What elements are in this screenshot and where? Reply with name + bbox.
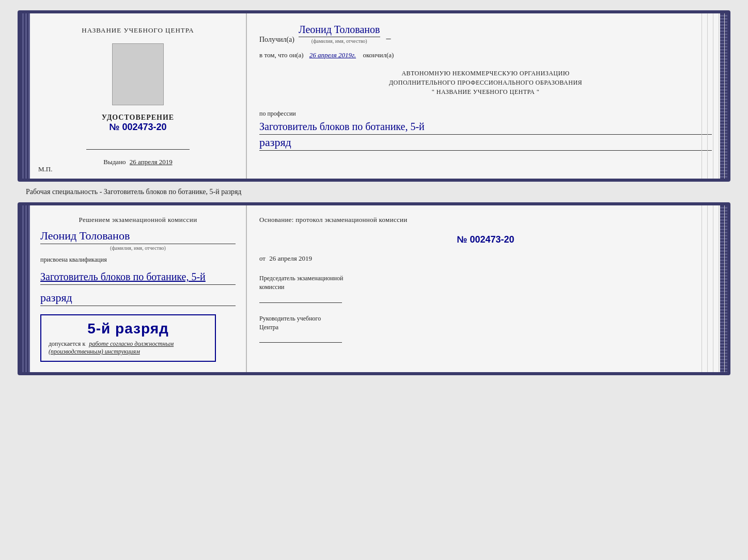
card1-right-panel: Получил(а) Леонид Толованов (фамилия, им… [247,13,727,179]
head-block: Руководитель учебного Центра [259,314,712,343]
org-line2: ДОПОЛНИТЕЛЬНОГО ПРОФЕССИОНАЛЬНОГО ОБРАЗО… [259,78,712,87]
card2-right-panel: Основание: протокол экзаменационной коми… [247,205,727,372]
head-label: Руководитель учебного Центра [259,314,712,332]
stamp-sub1: допускается к [49,340,85,347]
mp-label: М.П. [38,165,52,173]
stamp-main: 5-й разряд [87,321,169,337]
document-card-2: Решением экзаменационной комиссии Леонид… [18,202,730,375]
cert-title: УДОСТОВЕРЕНИЕ [102,114,174,122]
date-handwritten: 26 апреля 2019г. [309,51,356,59]
right-border-deco [720,13,727,179]
org-block: АВТОНОМНУЮ НЕКОММЕРЧЕСКУЮ ОРГАНИЗАЦИЮ ДО… [259,69,712,97]
photo-placeholder [112,43,164,105]
commission-title: Решением экзаменационной комиссии [40,216,236,224]
head-line2: Центра [259,324,278,331]
head-line1: Руководитель учебного [259,315,321,322]
stamp-sub2: работе согласно должностным [89,340,174,347]
stamp-sub: допускается к работе согласно должностны… [49,340,208,356]
cert-number-section: УДОСТОВЕРЕНИЕ № 002473-20 [102,114,174,133]
cert-number-prefix: № [109,122,119,132]
protocol-number: № 002473-20 [259,234,712,245]
right-border-deco-2 [720,205,727,372]
stamp-box: 5-й разряд допускается к работе согласно… [40,314,216,362]
recipient-line: Получил(а) Леонид Толованов (фамилия, им… [259,24,712,44]
issued-line: Выдано 26 апреля 2019 [103,158,172,166]
stamp-sub3: (производственным) инструкциям [49,348,140,355]
osnov-label: Основание: протокол экзаменационной коми… [259,216,712,224]
card2-left-panel: Решением экзаменационной комиссии Леонид… [30,205,247,372]
cert-number: № 002473-20 [102,122,174,133]
document-card-1: НАЗВАНИЕ УЧЕБНОГО ЦЕНТРА УДОСТОВЕРЕНИЕ №… [18,10,730,182]
spine-2 [21,205,30,372]
issued-label: Выдано [103,158,126,166]
name-handwritten-large: Леонид Толованов [40,229,236,244]
cert-number-value: 002473-20 [122,122,166,132]
received-label: Получил(а) [259,36,294,44]
name-hint-1: (фамилия, имя, отчество) [299,38,380,44]
protocol-number-value: 002473-20 [470,234,515,245]
card1-left-panel: НАЗВАНИЕ УЧЕБНОГО ЦЕНТРА УДОСТОВЕРЕНИЕ №… [30,13,247,179]
ot-label: от [259,254,266,262]
chairman-label: Председатель экзаменационной комиссии [259,274,712,292]
spine-1 [21,13,30,179]
date-line: в том, что он(а) 26 апреля 2019г. окончи… [259,51,712,59]
head-sig-line [259,334,342,343]
ot-date-line: от 26 апреля 2019 [259,254,712,263]
finished-label: окончил(а) [363,51,394,59]
chairman-block: Председатель экзаменационной комиссии [259,274,712,303]
razryad-handwritten-2: разряд [40,291,236,306]
issued-date: 26 апреля 2019 [130,158,173,166]
ot-date-value: 26 апреля 2019 [269,254,312,262]
protocol-prefix: № [457,234,467,245]
card1-center-title: НАЗВАНИЕ УЧЕБНОГО ЦЕНТРА [82,26,194,35]
qualification-handwritten: Заготовитель блоков по ботанике, 5-й [40,270,236,285]
recipient-name: Леонид Толованов [299,24,380,37]
org-line1: АВТОНОМНУЮ НЕКОММЕРЧЕСКУЮ ОРГАНИЗАЦИЮ [259,69,712,78]
in-that-label: в том, что он(а) [259,51,304,59]
chairman-sig-line [259,295,342,303]
caption-text: Рабочая специальность - Заготовитель бло… [10,188,241,196]
chairman-line2: комиссии [259,283,285,291]
name-hint-2: (фамилия, имя, отчество) [40,245,236,251]
qualification-text: присвоена квалификация [40,256,236,264]
chairman-line1: Председатель экзаменационной [259,275,343,282]
profession-handwritten: Заготовитель блоков по ботанике, 5-й [259,120,712,135]
razryad-handwritten: разряд [259,136,712,151]
org-line3: " НАЗВАНИЕ УЧЕБНОГО ЦЕНТРА " [259,87,712,97]
profession-label: по профессии [259,110,712,118]
